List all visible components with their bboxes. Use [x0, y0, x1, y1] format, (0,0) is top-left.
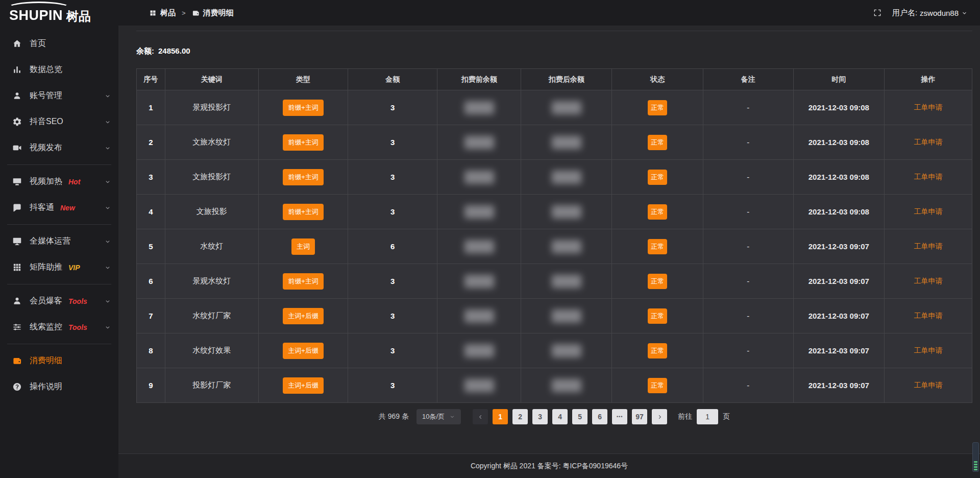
prev-page-button[interactable] [473, 409, 488, 424]
redacted-balance-before [464, 205, 494, 219]
logo-text-cn: 树品 [66, 10, 91, 22]
sidebar-item-数据总览[interactable]: 数据总览 [0, 57, 118, 83]
cell-amount: 3 [348, 90, 437, 125]
type-badge: 前缀+主词 [283, 134, 324, 151]
page-button-4[interactable]: 4 [552, 409, 568, 424]
user-menu[interactable]: 用户名: zswodun88 [892, 8, 968, 18]
redacted-balance-before [464, 240, 494, 253]
monitor-icon [12, 236, 22, 246]
breadcrumb-separator: > [182, 9, 186, 17]
status-badge: 正常 [648, 343, 667, 358]
sidebar-item-badge: VIP [68, 264, 80, 272]
fullscreen-icon[interactable] [873, 8, 882, 17]
sidebar-item-消费明细[interactable]: 消费明细 [0, 348, 118, 374]
sidebar-divider [7, 224, 111, 225]
browser-corner-widget [972, 442, 979, 472]
work-order-link[interactable]: 工单申请 [914, 173, 943, 181]
sidebar-item-label: 账号管理 [30, 90, 62, 101]
cell-balance-after [521, 264, 612, 299]
work-order-link[interactable]: 工单申请 [914, 277, 943, 285]
page-size-value: 10条/页 [422, 412, 445, 421]
sidebar-item-操作说明[interactable]: 操作说明 [0, 374, 118, 400]
sidebar-item-视频加热[interactable]: 视频加热Hot [0, 169, 118, 195]
type-badge: 前缀+主词 [283, 273, 324, 290]
topbar: 树品>消费明细 用户名: zswodun88 [118, 0, 980, 26]
breadcrumb-item-消费明细[interactable]: 消费明细 [192, 8, 234, 18]
page-button-6[interactable]: 6 [592, 409, 607, 424]
cell-keyword: 文旅水纹灯 [165, 125, 258, 160]
brand-logo[interactable]: SHUPIN 树品 [0, 0, 118, 26]
redacted-balance-after [552, 309, 581, 323]
sidebar-item-视频发布[interactable]: 视频发布 [0, 135, 118, 161]
column-header-扣费前余额: 扣费前余额 [437, 69, 521, 90]
redacted-balance-after [552, 275, 581, 288]
screen-play-icon [12, 177, 22, 186]
cell-action: 工单申请 [885, 299, 972, 333]
wallet-icon [192, 9, 200, 17]
breadcrumb-label: 消费明细 [203, 8, 234, 18]
wallet-icon [12, 356, 22, 366]
sidebar-item-账号管理[interactable]: 账号管理 [0, 83, 118, 109]
cell-type: 前缀+主词 [259, 264, 348, 299]
page-button-1[interactable]: 1 [493, 409, 508, 424]
column-header-金额: 金额 [348, 69, 437, 90]
sidebar-item-首页[interactable]: 首页 [0, 31, 118, 57]
sidebar-item-矩阵助推[interactable]: 矩阵助推VIP [0, 254, 118, 280]
sidebar-item-抖客通[interactable]: 抖客通New [0, 195, 118, 221]
cell-balance-before [437, 90, 521, 125]
balance-value: 24856.00 [158, 46, 190, 55]
page-ellipsis[interactable]: ••• [612, 409, 627, 424]
copyright-text: Copyright 树品 2021 备案号: 粤ICP备09019646号 [471, 462, 628, 471]
username-label: 用户名: [892, 8, 917, 18]
cell-status: 正常 [612, 160, 703, 195]
apps-icon [149, 9, 157, 17]
work-order-link[interactable]: 工单申请 [914, 381, 943, 389]
cell-keyword: 文旅投影灯 [165, 160, 258, 195]
footer: Copyright 树品 2021 备案号: 粤ICP备09019646号 [118, 453, 980, 478]
sidebar-item-全媒体运营[interactable]: 全媒体运营 [0, 228, 118, 254]
redacted-balance-after [552, 136, 581, 149]
breadcrumb-item-树品[interactable]: 树品 [149, 8, 176, 18]
work-order-link[interactable]: 工单申请 [914, 312, 943, 320]
page-button-97[interactable]: 97 [632, 409, 647, 424]
cell-remark: - [703, 229, 793, 264]
widget-bar [974, 461, 977, 463]
table-row: 4文旅投影前缀+主词3正常-2021-12-03 09:08工单申请 [137, 195, 972, 229]
next-page-button[interactable] [652, 409, 667, 424]
sidebar-item-会员爆客[interactable]: 会员爆客Tools [0, 288, 118, 314]
type-badge: 前缀+主词 [283, 100, 324, 116]
cell-balance-after [521, 160, 612, 195]
sidebar-item-线索监控[interactable]: 线索监控Tools [0, 314, 118, 340]
sidebar-item-label: 全媒体运营 [30, 236, 70, 247]
cell-keyword: 水纹灯厂家 [165, 299, 258, 333]
sidebar-item-label: 数据总览 [30, 64, 62, 75]
work-order-link[interactable]: 工单申请 [914, 207, 943, 216]
goto-page-input[interactable] [697, 409, 718, 424]
redacted-balance-after [552, 379, 581, 392]
page-size-select[interactable]: 10条/页 [416, 409, 461, 424]
sidebar-item-抖音SEO[interactable]: 抖音SEO [0, 109, 118, 135]
sidebar-item-badge: Hot [68, 178, 80, 186]
work-order-link[interactable]: 工单申请 [914, 346, 943, 354]
cell-action: 工单申请 [885, 368, 972, 403]
work-order-link[interactable]: 工单申请 [914, 138, 943, 146]
work-order-link[interactable]: 工单申请 [914, 242, 943, 250]
chevron-down-icon [104, 298, 111, 305]
work-order-link[interactable]: 工单申请 [914, 103, 943, 111]
page-button-5[interactable]: 5 [572, 409, 587, 424]
cell-index: 5 [137, 229, 165, 264]
cell-balance-before [437, 229, 521, 264]
type-badge: 主词+后缀 [283, 377, 324, 394]
cell-action: 工单申请 [885, 125, 972, 160]
column-header-备注: 备注 [703, 69, 793, 90]
cell-remark: - [703, 195, 793, 229]
pagination: 共 969 条 10条/页 123456•••97 前往 页 [136, 409, 972, 424]
table-row: 3文旅投影灯前缀+主词3正常-2021-12-03 09:08工单申请 [137, 160, 972, 195]
page-button-3[interactable]: 3 [532, 409, 548, 424]
redacted-balance-after [552, 240, 581, 253]
page-button-2[interactable]: 2 [512, 409, 528, 424]
cell-amount: 3 [348, 333, 437, 368]
cell-keyword: 景观水纹灯 [165, 264, 258, 299]
cell-balance-before [437, 160, 521, 195]
topbar-right: 用户名: zswodun88 [873, 8, 968, 18]
